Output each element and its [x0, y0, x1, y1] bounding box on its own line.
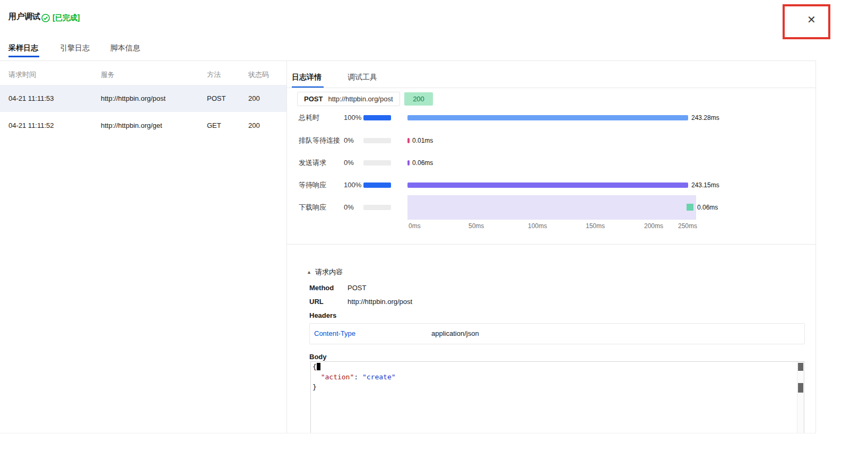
header-value: application/json	[431, 324, 479, 344]
summary-method: POST	[304, 95, 323, 103]
axis-tick: 0ms	[409, 222, 421, 230]
percent-bar	[363, 138, 391, 143]
log-detail-panel: 日志详情 调试工具 POST http://httpbin.org/post 2…	[287, 61, 816, 433]
highlight-box	[783, 4, 830, 39]
axis-tick: 250ms	[678, 222, 697, 230]
table-row[interactable]: 04-21 11:11:52 http://httpbin.org/get GE…	[0, 112, 287, 139]
timing-label: 发送请求	[299, 158, 326, 168]
percent-bar	[363, 182, 391, 188]
timing-row-wait: 等待响应 100% 243.15ms	[287, 180, 815, 190]
headers-table: Content-Type application/json	[309, 323, 805, 344]
col-service: 服务	[101, 70, 115, 80]
content-area: 请求时间 服务 方法 状态码 04-21 11:11:53 http://htt…	[0, 61, 816, 433]
field-label: Method	[309, 284, 334, 292]
text-cursor	[317, 363, 320, 370]
col-method: 方法	[207, 70, 221, 80]
duration-bar	[407, 115, 688, 120]
timing-label: 排队等待连接	[299, 135, 340, 146]
close-icon[interactable]: ✕	[807, 14, 816, 25]
collapse-arrow-icon: ▲	[307, 270, 311, 275]
field-url: URL http://httpbin.org/post	[309, 298, 803, 307]
tab-engine-logs[interactable]: 引擎日志	[60, 44, 90, 53]
field-value: http://httpbin.org/post	[348, 298, 412, 306]
timing-percent: 100%	[344, 112, 361, 123]
debug-dialog: 用户调试 [已完成] ✕ 采样日志 引擎日志 脚本信息 请求时间 服务 方法 状…	[0, 0, 868, 452]
editor-scrollbar[interactable]	[797, 362, 804, 433]
code-line: {	[311, 362, 804, 372]
timing-value: 0.01ms	[412, 135, 433, 146]
scrollbar-thumb[interactable]	[798, 363, 803, 371]
timing-value: 0.06ms	[697, 202, 718, 213]
section-title: 请求内容	[315, 267, 343, 277]
timing-percent: 0%	[344, 158, 354, 168]
tab-sample-logs[interactable]: 采样日志	[8, 44, 38, 53]
tab-log-detail[interactable]: 日志详情	[292, 73, 322, 82]
check-circle-icon	[41, 14, 50, 22]
percent-bar	[363, 205, 391, 210]
request-summary: POST http://httpbin.org/post	[297, 92, 400, 106]
json-value: "create"	[362, 373, 396, 381]
timing-percent: 100%	[344, 180, 361, 190]
percent-bar	[363, 160, 391, 166]
cell-status: 200	[248, 85, 260, 112]
cell-method: POST	[207, 85, 225, 112]
timing-row-total: 总耗时 100% 243.28ms	[287, 112, 815, 123]
json-key: "action"	[313, 373, 354, 381]
download-region	[407, 195, 696, 220]
active-tab-underline	[8, 56, 39, 57]
timing-percent: 0%	[344, 135, 354, 146]
section-divider	[287, 244, 815, 245]
timing-row-download: 下载响应 0% 0.06ms	[287, 202, 815, 213]
headers-label: Headers	[309, 311, 336, 319]
timing-percent: 0%	[344, 202, 354, 213]
header-name: Content-Type	[314, 324, 355, 344]
status-code-badge: 200	[404, 92, 433, 106]
detail-tabbar-divider	[287, 88, 815, 88]
duration-bar	[407, 138, 410, 143]
col-status-code: 状态码	[248, 70, 269, 80]
percent-bar	[363, 115, 391, 120]
cell-time: 04-21 11:11:52	[8, 112, 54, 139]
field-method: Method POST	[309, 284, 803, 293]
timing-row-queue: 排队等待连接 0% 0.01ms	[287, 135, 815, 146]
cell-status: 200	[248, 112, 260, 139]
timing-row-send: 发送请求 0% 0.06ms	[287, 158, 815, 168]
summary-url: http://httpbin.org/post	[328, 95, 393, 103]
request-list-panel: 请求时间 服务 方法 状态码 04-21 11:11:53 http://htt…	[0, 61, 287, 433]
duration-bar	[407, 182, 688, 188]
table-row[interactable]: 04-21 11:11:53 http://httpbin.org/post P…	[0, 85, 287, 112]
page-title: 用户调试	[8, 12, 40, 22]
axis-tick: 100ms	[528, 222, 547, 230]
tab-debug-tools[interactable]: 调试工具	[348, 73, 377, 82]
field-value: POST	[348, 284, 366, 292]
axis-tick: 150ms	[586, 222, 605, 230]
code-text: {	[313, 363, 317, 371]
body-editor[interactable]: { "action": "create" }	[310, 361, 804, 433]
timing-label: 总耗时	[299, 112, 319, 123]
cell-service: http://httpbin.org/post	[101, 85, 166, 112]
code-text: }	[313, 383, 317, 391]
download-duration-bar	[687, 204, 693, 211]
timing-value: 243.28ms	[691, 112, 719, 123]
time-axis: 0ms 50ms 100ms 150ms 200ms 250ms	[287, 222, 815, 231]
json-separator: :	[354, 373, 362, 381]
col-request-time: 请求时间	[8, 70, 36, 80]
axis-tick: 200ms	[644, 222, 663, 230]
timing-label: 等待响应	[299, 180, 326, 190]
field-label: URL	[309, 298, 324, 306]
cell-service: http://httpbin.org/get	[101, 112, 162, 139]
scrollbar-thumb[interactable]	[798, 383, 803, 393]
timing-value: 243.15ms	[691, 180, 719, 190]
cell-time: 04-21 11:11:53	[8, 85, 54, 112]
duration-bar	[407, 160, 410, 166]
code-line: }	[311, 382, 804, 392]
cell-method: GET	[207, 112, 221, 139]
code-line: "action": "create"	[311, 372, 804, 382]
request-content-toggle[interactable]: ▲ 请求内容	[307, 267, 343, 277]
body-label: Body	[309, 353, 327, 361]
status-badge: [已完成]	[53, 13, 80, 23]
timing-value: 0.06ms	[412, 158, 433, 168]
axis-tick: 50ms	[468, 222, 484, 230]
tab-script-info[interactable]: 脚本信息	[110, 44, 140, 53]
timing-label: 下载响应	[299, 202, 326, 213]
